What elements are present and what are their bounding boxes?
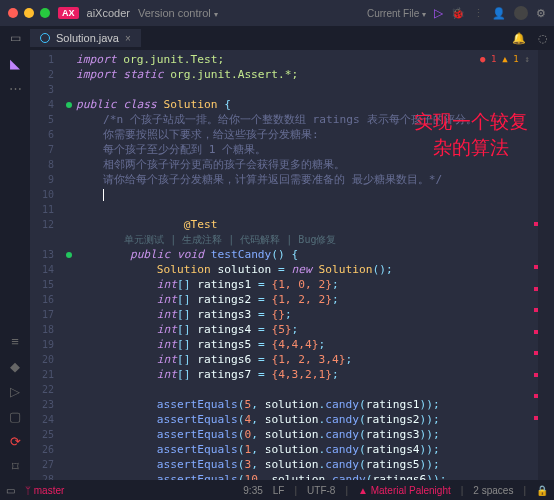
run-tool-icon[interactable]: ▷ [10, 384, 20, 399]
code-lines: 1import org.junit.Test; 2import static o… [30, 50, 554, 480]
read-lock-icon[interactable]: 🔒 [536, 485, 548, 496]
close-tab-icon[interactable]: × [125, 33, 131, 44]
run-button[interactable]: ▷ [434, 6, 443, 20]
scrollbar-minimap[interactable] [538, 50, 554, 480]
notifications-icon[interactable]: 🔔 [506, 32, 532, 45]
indent-indicator[interactable]: 2 spaces [473, 485, 513, 496]
ax-badge: AX [58, 7, 79, 19]
project-icon[interactable]: ▭ [10, 31, 21, 45]
bookmark-icon[interactable]: ◣ [10, 56, 20, 71]
tool-window-toggle[interactable]: ▭ [6, 485, 15, 496]
run-config-selector[interactable]: Current File ▾ [367, 8, 426, 19]
tab-bar: ▭ Solution.java × 🔔 ◌ [0, 26, 554, 50]
title-bar: AX aiXcoder Version control ▾ Current Fi… [0, 0, 554, 26]
run-gutter-icon[interactable] [66, 102, 72, 108]
caret-position[interactable]: 9:35 [243, 485, 262, 496]
services-icon[interactable]: ◆ [10, 359, 20, 374]
settings-icon[interactable]: ⚙ [536, 7, 546, 20]
file-encoding[interactable]: UTF-8 [307, 485, 335, 496]
debug-icon[interactable]: 🐞 [451, 7, 465, 20]
tab-label: Solution.java [56, 32, 119, 44]
terminal-icon[interactable]: ⌑ [12, 459, 19, 474]
user-icon[interactable]: 👤 [492, 7, 506, 20]
text-caret [103, 189, 104, 201]
java-file-icon [40, 33, 50, 43]
version-control-menu[interactable]: Version control ▾ [138, 7, 218, 19]
git-branch[interactable]: ᛘ master [25, 485, 64, 496]
commit-icon[interactable]: ⟳ [10, 434, 21, 449]
debug-tool-icon[interactable]: ▢ [9, 409, 21, 424]
line-separator[interactable]: LF [273, 485, 285, 496]
structure-icon[interactable]: ≡ [11, 334, 19, 349]
inspection-summary[interactable]: ● 1 ▲ 1 ↕ [480, 52, 530, 67]
minimize-window-button[interactable] [24, 8, 34, 18]
status-bar: ▭ ᛘ master 9:35 LF | UTF-8 | ▲ Material … [0, 480, 554, 500]
left-tool-rail: ◣ ⋯ ≡ ◆ ▷ ▢ ⟳ ⌑ [0, 50, 30, 480]
window-controls [8, 8, 50, 18]
app-name[interactable]: aiXcoder [87, 7, 130, 19]
rail-icon[interactable]: ⋯ [9, 81, 22, 96]
error-stripe[interactable] [534, 50, 538, 480]
run-gutter-icon[interactable] [66, 252, 72, 258]
maximize-window-button[interactable] [40, 8, 50, 18]
theme-indicator[interactable]: ▲ Material Palenight [358, 485, 451, 496]
avatar[interactable] [514, 6, 528, 20]
progress-icon[interactable]: ◌ [532, 32, 554, 45]
tab-solution-java[interactable]: Solution.java × [30, 29, 141, 47]
code-editor[interactable]: ● 1 ▲ 1 ↕ 实现一个较复杂的算法 1import org.junit.T… [30, 50, 554, 480]
close-window-button[interactable] [8, 8, 18, 18]
